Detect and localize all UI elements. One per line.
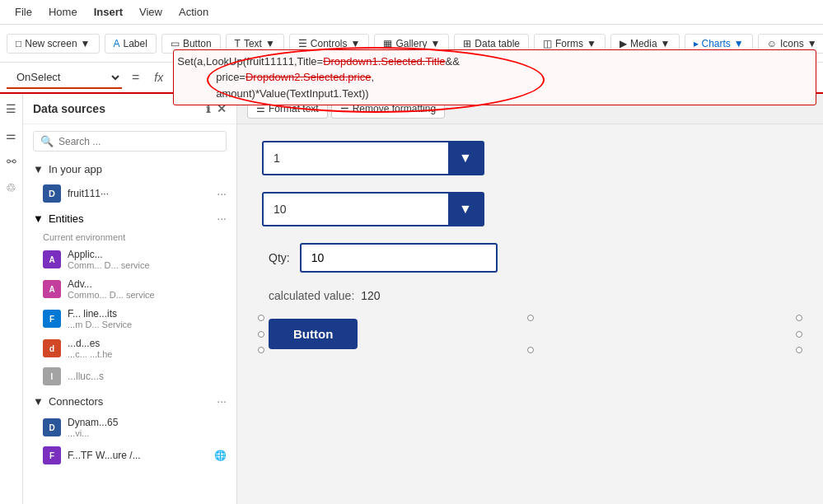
handle-ml (258, 331, 264, 338)
data-item-icon: d (43, 339, 61, 357)
dropdown2-button[interactable]: ▼ (448, 194, 483, 225)
menu-view[interactable]: View (131, 2, 171, 21)
calc-row: calculated value: 120 (269, 289, 798, 302)
dropdown1-control[interactable]: 1 ▼ (262, 141, 484, 175)
handle-bl (258, 347, 264, 353)
left-panel: Data sources ℹ ✕ 🔍 ▼ In your app D fruit… (23, 94, 237, 504)
in-your-app-label: In your app (49, 163, 102, 175)
data-item-sub: ...m D... Service (68, 320, 227, 329)
canvas-area: 1 ▼ 10 ▼ Qty: calculated value: 120 (237, 124, 823, 504)
data-item-icon: D (43, 184, 61, 203)
sidebar-icons: ☰ ⚌ ⚯ ♲ (0, 94, 23, 504)
controls-chevron-icon: ▼ (351, 38, 361, 49)
main-layout: ☰ ⚌ ⚯ ♲ Data sources ℹ ✕ 🔍 ▼ In your app… (0, 94, 823, 504)
list-item[interactable]: I ...lluc...s (23, 363, 236, 390)
data-item-name: ...lluc...s (68, 371, 227, 382)
handle-br (796, 347, 802, 353)
charts-icon: ▸ (694, 38, 699, 49)
entities-section[interactable]: ▼ Entities ··· (23, 207, 236, 230)
data-item-icon: D (43, 418, 61, 436)
dropdown2-control[interactable]: 10 ▼ (262, 192, 484, 226)
app-button[interactable]: Button (269, 319, 358, 349)
current-environment: Current environment (23, 230, 236, 245)
qty-input[interactable] (300, 243, 498, 273)
menu-action[interactable]: Action (171, 2, 217, 21)
data-item-icon: F (43, 446, 61, 464)
handle-tc (527, 315, 534, 321)
icons-chevron-icon: ▼ (807, 38, 817, 49)
data-item-name: Adv... (68, 278, 227, 290)
label-button[interactable]: A Label (105, 34, 157, 54)
data-item-sub: Comm... D... service (68, 260, 227, 270)
list-item[interactable]: F F... line...its ...m D... Service (23, 304, 236, 334)
menu-insert[interactable]: Insert (86, 2, 131, 21)
menu-file[interactable]: File (7, 2, 40, 21)
fx-button[interactable]: fx (149, 71, 168, 84)
data-item-sub: ...vi... (68, 428, 227, 438)
menu-home[interactable]: Home (40, 2, 86, 21)
dropdown1-value: 1 (264, 145, 448, 171)
in-your-app-section[interactable]: ▼ In your app (23, 158, 236, 180)
data-table-icon: ⊞ (463, 38, 471, 49)
menu-bar: File Home Insert View Action (0, 0, 823, 25)
forms-chevron-icon: ▼ (587, 38, 596, 49)
text-icon: T (235, 38, 241, 49)
equals-sign: = (127, 70, 144, 85)
connectors-section[interactable]: ▼ Connectors ··· (23, 390, 236, 413)
new-screen-icon: □ (16, 38, 21, 49)
data-item-name: ...d...es (68, 338, 227, 349)
button-icon: ▭ (171, 38, 180, 49)
media-chevron-icon: ▼ (661, 38, 671, 49)
new-screen-button[interactable]: □ New screen ▼ (7, 34, 100, 54)
main-canvas: ☰ Format text ☰ Remove formatting 1 ▼ 10… (237, 94, 823, 504)
handle-bc (527, 347, 534, 353)
data-item-name: F...TF W...ure /... (68, 450, 208, 461)
data-item-name: fruit111··· (68, 188, 210, 199)
search-input[interactable] (58, 136, 219, 147)
handle-tl (258, 315, 264, 321)
list-item[interactable]: d ...d...es ...c... ...t.he (23, 334, 236, 363)
chevron-down-icon: ▼ (33, 163, 44, 175)
data-item-sub: ...c... ...t.he (68, 349, 227, 359)
handle-tr (796, 315, 802, 321)
entities-menu-icon[interactable]: ··· (217, 212, 227, 225)
data-item-icon: A (43, 250, 61, 268)
charts-chevron-icon: ▼ (734, 38, 744, 49)
calc-value: 120 (361, 289, 380, 302)
list-item[interactable]: D fruit111··· ··· (23, 180, 236, 207)
list-item[interactable]: F F...TF W...ure /... 🌐 (23, 442, 236, 469)
layers-icon[interactable]: ⚌ (2, 125, 20, 145)
search-icon: 🔍 (40, 135, 54, 147)
dropdown1-button[interactable]: ▼ (448, 142, 483, 174)
formula-content[interactable]: Set(a,LookUp(fruit11111,Title=Dropdown1.… (173, 49, 816, 106)
hamburger-icon[interactable]: ☰ (2, 99, 20, 119)
property-dropdown[interactable]: OnSelect (7, 67, 122, 89)
dropdown2-value: 10 (264, 196, 448, 222)
data-item-menu-icon[interactable]: ··· (217, 187, 227, 200)
media-icon: ▶ (620, 38, 627, 49)
handle-mr (796, 331, 802, 338)
icons-icon: ☺ (767, 38, 777, 49)
list-item[interactable]: A Adv... Commo... D... service (23, 274, 236, 304)
list-item[interactable]: D Dynam...65 ...vi... (23, 413, 236, 442)
data-item-icon: F (43, 310, 61, 328)
panel-title: Data sources (33, 102, 105, 115)
text-chevron-icon: ▼ (265, 38, 275, 49)
data-item-name: F... line...its (68, 308, 227, 320)
data-item-icon: A (43, 280, 61, 298)
gallery-icon: ▦ (383, 38, 392, 49)
list-item[interactable]: A Applic... Comm... D... service (23, 245, 236, 274)
gallery-chevron-icon: ▼ (430, 38, 440, 49)
data-item-icon: I (43, 367, 61, 385)
globe-icon: 🌐 (214, 450, 227, 461)
connectors-chevron-icon: ▼ (33, 395, 44, 408)
entities-chevron-icon: ▼ (33, 212, 44, 225)
formula-bar: OnSelect = fx Set(a,LookUp(fruit11111,Ti… (0, 63, 823, 94)
calc-label: calculated value: (269, 289, 354, 302)
button-wrapper: Button (262, 319, 798, 349)
database-icon[interactable]: ⚯ (3, 152, 20, 171)
controls-icon: ☰ (298, 38, 307, 49)
connectors-menu-icon[interactable]: ··· (217, 394, 227, 408)
data-item-name: Dynam...65 (68, 417, 227, 428)
connector-icon[interactable]: ♲ (2, 178, 20, 198)
